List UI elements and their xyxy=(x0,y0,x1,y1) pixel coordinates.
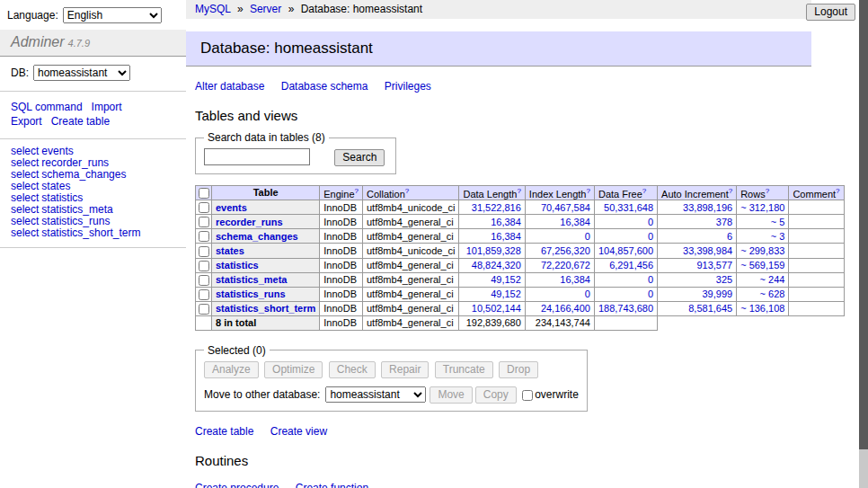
data-free-help-link[interactable]: ? xyxy=(642,187,646,195)
index-length-link[interactable]: 24,166,400 xyxy=(541,303,590,314)
data-free-link[interactable]: 0 xyxy=(648,231,653,242)
rows-link[interactable]: ~ 3 xyxy=(771,231,785,242)
rows-link[interactable]: ~ 569,159 xyxy=(740,260,784,271)
data-length-link[interactable]: 49,152 xyxy=(491,274,521,285)
select-link[interactable]: select xyxy=(11,180,39,192)
table-name-link[interactable]: states xyxy=(216,245,244,256)
data-free-link[interactable]: 188,743,680 xyxy=(598,303,653,314)
table-name-link[interactable]: statistics xyxy=(216,260,259,271)
index-length-link[interactable]: 16,384 xyxy=(560,274,590,285)
table-link[interactable]: statistics_meta xyxy=(41,203,112,216)
row-checkbox[interactable] xyxy=(199,217,209,227)
breadcrumb-server-link[interactable]: Server xyxy=(250,3,281,15)
select-link[interactable]: select xyxy=(11,191,39,204)
create-procedure-link[interactable]: Create procedure xyxy=(195,482,279,488)
table-name-link[interactable]: schema_changes xyxy=(216,231,298,242)
create-table-link[interactable]: Create table xyxy=(195,425,253,438)
table-name-link[interactable]: statistics_short_term xyxy=(216,303,315,314)
language-select[interactable]: English xyxy=(63,7,162,23)
row-checkbox[interactable] xyxy=(199,261,209,271)
create-table-link[interactable]: Create table xyxy=(51,115,110,128)
index-length-link[interactable]: 72,220,672 xyxy=(541,260,590,271)
table-link[interactable]: events xyxy=(41,145,73,157)
rows-help-link[interactable]: ? xyxy=(766,187,769,195)
database-schema-link[interactable]: Database schema xyxy=(281,80,368,93)
table-link[interactable]: schema_changes xyxy=(41,168,126,181)
import-link[interactable]: Import xyxy=(92,101,122,113)
auto-increment-link[interactable]: 33,398,984 xyxy=(683,245,732,256)
data-free-link[interactable]: 0 xyxy=(648,288,653,299)
auto-increment-link[interactable]: 325 xyxy=(716,274,732,285)
select-all-checkbox[interactable] xyxy=(199,188,209,199)
rows-link[interactable]: ~ 299,833 xyxy=(740,245,784,256)
db-select[interactable]: homeassistant xyxy=(33,65,130,81)
collation-help-link[interactable]: ? xyxy=(405,187,409,195)
index-length-link[interactable]: 70,467,584 xyxy=(541,202,590,213)
row-checkbox[interactable] xyxy=(199,246,209,257)
row-checkbox[interactable] xyxy=(199,304,209,315)
data-free-link[interactable]: 50,331,648 xyxy=(604,202,653,213)
auto-increment-link[interactable]: 8,581,645 xyxy=(688,303,732,314)
table-name-link[interactable]: statistics_meta xyxy=(216,274,288,285)
scrollbar[interactable] xyxy=(859,0,868,488)
auto-increment-link[interactable]: 33,898,196 xyxy=(683,202,732,213)
create-view-link[interactable]: Create view xyxy=(270,425,327,438)
data-free-link[interactable]: 0 xyxy=(648,274,653,285)
search-button[interactable]: Search xyxy=(334,149,385,166)
index-length-link[interactable]: 16,384 xyxy=(560,217,590,227)
row-checkbox[interactable] xyxy=(199,275,209,286)
select-link[interactable]: select xyxy=(11,226,39,239)
data-length-link[interactable]: 10,502,144 xyxy=(472,303,521,314)
select-link[interactable]: select xyxy=(11,156,39,169)
table-link[interactable]: statistics_short_term xyxy=(41,226,140,239)
privileges-link[interactable]: Privileges xyxy=(385,80,431,93)
rows-link[interactable]: ~ 312,180 xyxy=(740,202,784,213)
table-link[interactable]: statistics_runs xyxy=(41,215,110,227)
data-free-link[interactable]: 104,857,600 xyxy=(598,245,653,256)
select-link[interactable]: select xyxy=(11,168,39,181)
comment-help-link[interactable]: ? xyxy=(836,187,839,195)
row-checkbox[interactable] xyxy=(199,289,209,300)
row-checkbox[interactable] xyxy=(199,231,209,242)
alter-database-link[interactable]: Alter database xyxy=(195,80,264,93)
scrollbar-thumb[interactable] xyxy=(859,0,868,449)
rows-link[interactable]: ~ 136,108 xyxy=(740,303,784,314)
export-link[interactable]: Export xyxy=(11,115,42,128)
create-function-link[interactable]: Create function xyxy=(296,482,368,488)
data-length-link[interactable]: 16,384 xyxy=(491,231,521,242)
index-length-link[interactable]: 67,256,320 xyxy=(541,245,590,256)
move-db-select[interactable]: homeassistant xyxy=(325,386,426,403)
select-link[interactable]: select xyxy=(11,203,39,216)
index-length-help-link[interactable]: ? xyxy=(586,187,589,195)
engine-help-link[interactable]: ? xyxy=(355,187,359,195)
index-length-link[interactable]: 0 xyxy=(585,231,590,242)
auto-increment-help-link[interactable]: ? xyxy=(729,187,732,195)
data-length-link[interactable]: 48,824,320 xyxy=(472,260,521,271)
data-length-link[interactable]: 16,384 xyxy=(491,217,521,227)
data-free-link[interactable]: 0 xyxy=(648,217,653,227)
search-input[interactable] xyxy=(204,148,310,165)
overwrite-checkbox[interactable] xyxy=(522,390,533,401)
table-name-link[interactable]: events xyxy=(216,202,247,213)
auto-increment-link[interactable]: 378 xyxy=(716,217,732,227)
index-length-link[interactable]: 0 xyxy=(585,288,590,299)
breadcrumb-mysql-link[interactable]: MySQL xyxy=(195,3,231,15)
rows-link[interactable]: ~ 5 xyxy=(771,217,785,227)
rows-link[interactable]: ~ 628 xyxy=(760,288,785,299)
auto-increment-link[interactable]: 39,999 xyxy=(703,288,733,299)
data-length-link[interactable]: 101,859,328 xyxy=(466,245,521,256)
table-name-link[interactable]: statistics_runs xyxy=(216,288,286,299)
auto-increment-link[interactable]: 6 xyxy=(727,231,732,242)
data-length-help-link[interactable]: ? xyxy=(517,187,520,195)
table-link[interactable]: statistics xyxy=(41,191,83,204)
data-free-link[interactable]: 6,291,456 xyxy=(609,260,653,271)
data-length-link[interactable]: 49,152 xyxy=(491,288,521,299)
select-link[interactable]: select xyxy=(11,215,39,227)
rows-link[interactable]: ~ 244 xyxy=(760,274,785,285)
table-link[interactable]: recorder_runs xyxy=(41,156,109,169)
row-checkbox[interactable] xyxy=(199,202,209,213)
data-length-link[interactable]: 31,522,816 xyxy=(472,202,521,213)
sql-command-link[interactable]: SQL command xyxy=(11,101,83,113)
table-name-link[interactable]: recorder_runs xyxy=(216,217,283,227)
select-link[interactable]: select xyxy=(11,145,39,157)
